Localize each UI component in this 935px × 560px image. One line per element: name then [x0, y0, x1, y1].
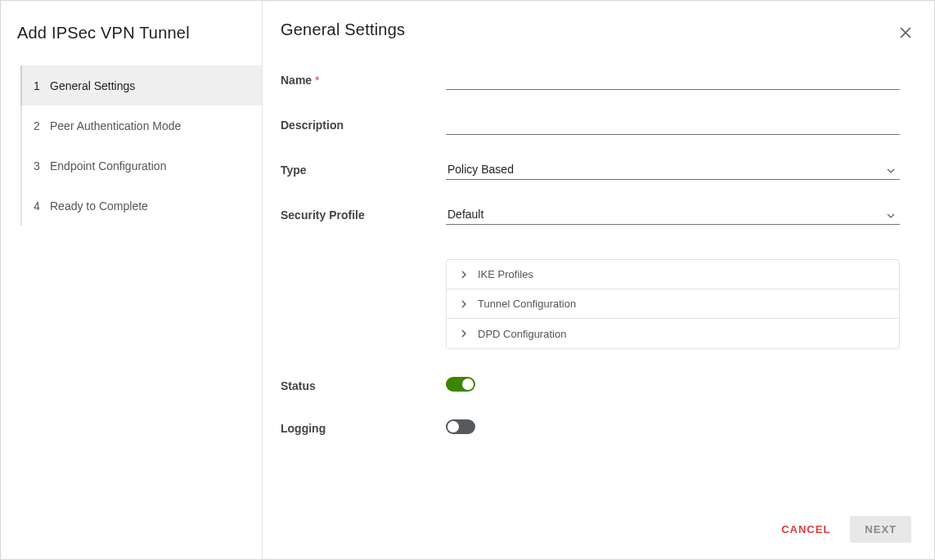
accordion-label: IKE Profiles — [478, 268, 533, 280]
dialog-title: Add IPSec VPN Tunnel — [1, 20, 262, 65]
profile-accordion: IKE Profiles Tunnel Configuration DPD Co… — [446, 259, 900, 349]
close-icon[interactable] — [900, 27, 911, 42]
step-number: 1 — [34, 79, 50, 92]
security-profile-select[interactable]: Default — [446, 204, 900, 225]
page-title: General Settings — [281, 20, 405, 39]
wizard-steps: 1 General Settings 2 Peer Authentication… — [20, 65, 262, 226]
name-label: Name * — [281, 74, 446, 87]
status-label: Status — [281, 379, 446, 392]
chevron-right-icon — [461, 329, 466, 338]
step-label: Peer Authentication Mode — [50, 119, 181, 132]
logging-label: Logging — [281, 422, 446, 435]
main-panel: General Settings Name * Description — [263, 1, 934, 559]
accordion-dpd-config[interactable]: DPD Configuration — [447, 319, 899, 348]
type-select[interactable]: Policy Based — [446, 159, 900, 180]
logging-control — [446, 419, 900, 437]
step-label: Ready to Complete — [50, 199, 148, 213]
security-profile-control: Default — [446, 204, 900, 225]
step-number: 3 — [34, 159, 50, 172]
dialog-footer: CANCEL NEXT — [263, 501, 934, 559]
wizard-step-ready[interactable]: 4 Ready to Complete — [20, 186, 262, 226]
accordion-ike-profiles[interactable]: IKE Profiles — [447, 260, 899, 289]
name-input[interactable] — [446, 69, 900, 90]
wizard-step-endpoint-config[interactable]: 3 Endpoint Configuration — [20, 146, 262, 186]
status-toggle[interactable] — [446, 377, 475, 392]
type-value: Policy Based — [446, 159, 900, 179]
accordion-label: Tunnel Configuration — [478, 298, 576, 310]
form-area: Name * Description Type Policy B — [263, 42, 934, 501]
name-row: Name * — [281, 69, 900, 90]
toggle-knob — [447, 421, 459, 432]
chevron-right-icon — [461, 300, 466, 308]
security-profile-label: Security Profile — [281, 208, 446, 222]
step-number: 2 — [34, 119, 50, 132]
next-button[interactable]: NEXT — [850, 516, 911, 543]
description-row: Description — [281, 114, 900, 135]
description-label: Description — [281, 119, 446, 132]
accordion-tunnel-config[interactable]: Tunnel Configuration — [447, 289, 899, 319]
name-label-text: Name — [281, 74, 312, 87]
status-row: Status — [281, 377, 900, 395]
security-profile-row: Security Profile Default — [281, 204, 900, 225]
ipsec-vpn-tunnel-dialog: Add IPSec VPN Tunnel 1 General Settings … — [0, 0, 935, 560]
wizard-step-general-settings[interactable]: 1 General Settings — [20, 65, 262, 105]
status-control — [446, 377, 900, 395]
accordion-label: DPD Configuration — [478, 328, 566, 340]
main-header: General Settings — [263, 1, 934, 42]
step-label: General Settings — [50, 79, 135, 92]
wizard-step-peer-auth[interactable]: 2 Peer Authentication Mode — [20, 105, 262, 146]
step-label: Endpoint Configuration — [50, 159, 166, 172]
cancel-button[interactable]: CANCEL — [781, 523, 830, 535]
required-indicator: * — [315, 74, 319, 87]
wizard-sidebar: Add IPSec VPN Tunnel 1 General Settings … — [1, 1, 263, 559]
type-row: Type Policy Based — [281, 159, 900, 180]
chevron-right-icon — [461, 271, 466, 279]
type-control: Policy Based — [446, 159, 900, 180]
logging-toggle[interactable] — [446, 419, 475, 434]
logging-row: Logging — [281, 419, 900, 437]
toggle-knob — [462, 379, 474, 390]
security-profile-value: Default — [446, 204, 900, 224]
description-input[interactable] — [446, 114, 900, 135]
type-label: Type — [281, 164, 446, 177]
description-control — [446, 114, 900, 135]
step-number: 4 — [34, 199, 50, 213]
name-control — [446, 69, 900, 90]
